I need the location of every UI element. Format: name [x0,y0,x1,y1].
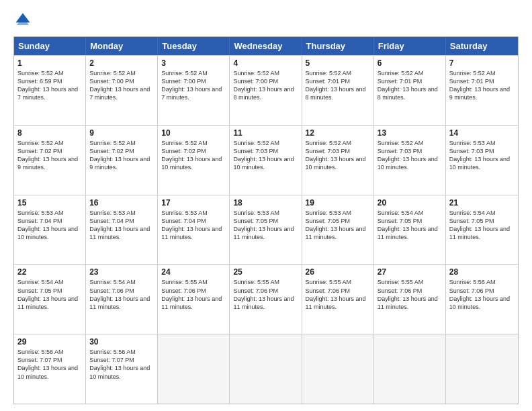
logo-icon [13,11,32,30]
day-number: 5 [306,58,370,68]
calendar-cell: 17Sunrise: 5:53 AM Sunset: 7:04 PM Dayli… [158,195,230,265]
calendar-cell: 26Sunrise: 5:55 AM Sunset: 7:06 PM Dayli… [302,265,374,334]
calendar-row-1: 1Sunrise: 5:52 AM Sunset: 6:59 PM Daylig… [14,55,518,125]
day-detail: Sunrise: 5:53 AM Sunset: 7:03 PM Dayligh… [449,139,515,172]
day-number: 25 [233,267,298,277]
day-number: 2 [89,58,154,68]
calendar-cell: 3Sunrise: 5:52 AM Sunset: 7:00 PM Daylig… [158,56,230,125]
calendar-header: SundayMondayTuesdayWednesdayThursdayFrid… [14,37,518,55]
calendar-cell: 1Sunrise: 5:52 AM Sunset: 6:59 PM Daylig… [14,56,86,125]
day-number: 27 [378,267,442,277]
day-number: 19 [306,198,370,208]
calendar-cell: 13Sunrise: 5:52 AM Sunset: 7:03 PM Dayli… [374,126,446,195]
day-number: 23 [89,267,154,277]
day-detail: Sunrise: 5:53 AM Sunset: 7:05 PM Dayligh… [233,209,298,242]
day-number: 24 [161,267,226,277]
day-detail: Sunrise: 5:53 AM Sunset: 7:04 PM Dayligh… [17,209,82,242]
day-number: 16 [89,198,154,208]
day-detail: Sunrise: 5:52 AM Sunset: 7:03 PM Dayligh… [233,139,298,172]
day-detail: Sunrise: 5:52 AM Sunset: 7:03 PM Dayligh… [306,139,370,172]
calendar-row-2: 8Sunrise: 5:52 AM Sunset: 7:02 PM Daylig… [14,125,518,195]
calendar-cell: 23Sunrise: 5:54 AM Sunset: 7:06 PM Dayli… [86,265,158,334]
calendar-cell: 21Sunrise: 5:54 AM Sunset: 7:05 PM Dayli… [446,195,518,265]
day-detail: Sunrise: 5:56 AM Sunset: 7:06 PM Dayligh… [449,278,515,311]
calendar-cell: 30Sunrise: 5:56 AM Sunset: 7:07 PM Dayli… [86,334,158,404]
calendar-cell [446,334,518,404]
day-number: 14 [449,128,515,138]
day-detail: Sunrise: 5:54 AM Sunset: 7:05 PM Dayligh… [17,278,82,311]
day-number: 18 [233,198,298,208]
day-detail: Sunrise: 5:52 AM Sunset: 6:59 PM Dayligh… [17,69,82,102]
calendar-cell: 18Sunrise: 5:53 AM Sunset: 7:05 PM Dayli… [230,195,302,265]
day-detail: Sunrise: 5:52 AM Sunset: 7:00 PM Dayligh… [89,69,154,102]
calendar-cell: 5Sunrise: 5:52 AM Sunset: 7:01 PM Daylig… [302,56,374,125]
calendar: SundayMondayTuesdayWednesdayThursdayFrid… [13,36,519,404]
calendar-cell: 24Sunrise: 5:55 AM Sunset: 7:06 PM Dayli… [158,265,230,334]
calendar-cell: 10Sunrise: 5:52 AM Sunset: 7:02 PM Dayli… [158,126,230,195]
header-cell-monday: Monday [86,37,158,55]
calendar-cell [158,334,230,404]
calendar-cell [302,334,374,404]
day-detail: Sunrise: 5:52 AM Sunset: 7:02 PM Dayligh… [17,139,82,172]
calendar-cell: 9Sunrise: 5:52 AM Sunset: 7:02 PM Daylig… [86,126,158,195]
day-number: 7 [449,58,515,68]
day-number: 4 [233,58,298,68]
day-detail: Sunrise: 5:53 AM Sunset: 7:04 PM Dayligh… [161,209,226,242]
day-detail: Sunrise: 5:53 AM Sunset: 7:05 PM Dayligh… [306,209,370,242]
day-number: 15 [17,198,82,208]
header [13,11,519,30]
calendar-cell: 15Sunrise: 5:53 AM Sunset: 7:04 PM Dayli… [14,195,86,265]
calendar-cell: 6Sunrise: 5:52 AM Sunset: 7:01 PM Daylig… [374,56,446,125]
day-detail: Sunrise: 5:52 AM Sunset: 7:01 PM Dayligh… [449,69,515,102]
day-detail: Sunrise: 5:53 AM Sunset: 7:04 PM Dayligh… [89,209,154,242]
header-cell-thursday: Thursday [302,37,374,55]
page: SundayMondayTuesdayWednesdayThursdayFrid… [0,0,532,411]
day-number: 12 [306,128,370,138]
calendar-cell: 4Sunrise: 5:52 AM Sunset: 7:00 PM Daylig… [230,56,302,125]
day-number: 11 [233,128,298,138]
day-detail: Sunrise: 5:52 AM Sunset: 7:00 PM Dayligh… [233,69,298,102]
calendar-cell: 20Sunrise: 5:54 AM Sunset: 7:05 PM Dayli… [374,195,446,265]
calendar-cell: 14Sunrise: 5:53 AM Sunset: 7:03 PM Dayli… [446,126,518,195]
calendar-cell: 28Sunrise: 5:56 AM Sunset: 7:06 PM Dayli… [446,265,518,334]
day-detail: Sunrise: 5:55 AM Sunset: 7:06 PM Dayligh… [161,278,226,311]
day-detail: Sunrise: 5:54 AM Sunset: 7:06 PM Dayligh… [89,278,154,311]
calendar-cell: 12Sunrise: 5:52 AM Sunset: 7:03 PM Dayli… [302,126,374,195]
header-cell-friday: Friday [374,37,446,55]
day-number: 3 [161,58,226,68]
calendar-cell: 8Sunrise: 5:52 AM Sunset: 7:02 PM Daylig… [14,126,86,195]
day-detail: Sunrise: 5:55 AM Sunset: 7:06 PM Dayligh… [233,278,298,311]
day-detail: Sunrise: 5:52 AM Sunset: 7:01 PM Dayligh… [378,69,442,102]
day-number: 13 [378,128,442,138]
calendar-cell: 22Sunrise: 5:54 AM Sunset: 7:05 PM Dayli… [14,265,86,334]
day-number: 29 [17,337,82,347]
day-detail: Sunrise: 5:55 AM Sunset: 7:06 PM Dayligh… [306,278,370,311]
header-cell-tuesday: Tuesday [158,37,230,55]
day-number: 6 [378,58,442,68]
calendar-cell: 19Sunrise: 5:53 AM Sunset: 7:05 PM Dayli… [302,195,374,265]
day-number: 30 [89,337,154,347]
calendar-cell: 7Sunrise: 5:52 AM Sunset: 7:01 PM Daylig… [446,56,518,125]
header-cell-wednesday: Wednesday [230,37,302,55]
calendar-cell [374,334,446,404]
calendar-cell: 29Sunrise: 5:56 AM Sunset: 7:07 PM Dayli… [14,334,86,404]
day-detail: Sunrise: 5:56 AM Sunset: 7:07 PM Dayligh… [17,348,82,381]
header-cell-sunday: Sunday [14,37,86,55]
calendar-row-3: 15Sunrise: 5:53 AM Sunset: 7:04 PM Dayli… [14,195,518,265]
day-detail: Sunrise: 5:54 AM Sunset: 7:05 PM Dayligh… [449,209,515,242]
day-detail: Sunrise: 5:56 AM Sunset: 7:07 PM Dayligh… [89,348,154,381]
day-number: 22 [17,267,82,277]
day-number: 17 [161,198,226,208]
calendar-row-5: 29Sunrise: 5:56 AM Sunset: 7:07 PM Dayli… [14,334,518,404]
calendar-cell: 25Sunrise: 5:55 AM Sunset: 7:06 PM Dayli… [230,265,302,334]
logo [13,11,35,30]
day-detail: Sunrise: 5:55 AM Sunset: 7:06 PM Dayligh… [378,278,442,311]
calendar-body: 1Sunrise: 5:52 AM Sunset: 6:59 PM Daylig… [14,55,518,404]
day-number: 20 [378,198,442,208]
calendar-cell: 2Sunrise: 5:52 AM Sunset: 7:00 PM Daylig… [86,56,158,125]
calendar-row-4: 22Sunrise: 5:54 AM Sunset: 7:05 PM Dayli… [14,264,518,334]
calendar-cell [230,334,302,404]
day-detail: Sunrise: 5:52 AM Sunset: 7:00 PM Dayligh… [161,69,226,102]
day-detail: Sunrise: 5:52 AM Sunset: 7:02 PM Dayligh… [89,139,154,172]
day-number: 8 [17,128,82,138]
